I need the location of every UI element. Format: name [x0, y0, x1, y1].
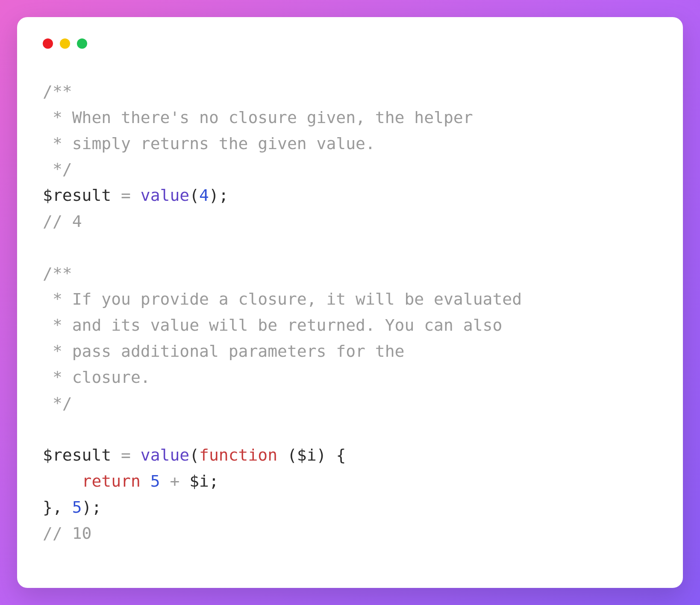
operator: =: [111, 186, 141, 205]
operator: +: [160, 472, 190, 490]
operator: =: [111, 446, 141, 464]
punctuation: );: [209, 186, 229, 205]
comment-line: */: [43, 394, 72, 413]
comment-line: * If you provide a closure, it will be e…: [43, 290, 522, 308]
comment-line: // 10: [43, 524, 91, 543]
number-literal: 5: [72, 498, 82, 517]
comment-line: * closure.: [43, 368, 150, 387]
variable: $i: [189, 472, 209, 490]
maximize-icon[interactable]: [77, 38, 87, 49]
function-name: value: [141, 446, 189, 464]
punctuation: (: [189, 446, 199, 464]
indent: [43, 472, 82, 490]
minimize-icon[interactable]: [60, 38, 70, 49]
keyword: return: [82, 472, 141, 490]
comment-line: * When there's no closure given, the hel…: [43, 108, 473, 127]
punctuation: (: [189, 186, 199, 205]
space: [141, 472, 150, 490]
number-literal: 5: [150, 472, 160, 490]
punctuation: );: [82, 498, 102, 517]
punctuation: ($i) {: [277, 446, 346, 464]
function-name: value: [141, 186, 189, 205]
comment-line: /**: [43, 264, 72, 283]
number-literal: 4: [199, 186, 209, 205]
punctuation: },: [43, 498, 72, 517]
variable: $result: [43, 446, 111, 464]
code-block: /** * When there's no closure given, the…: [43, 79, 657, 546]
comment-line: * pass additional parameters for the: [43, 342, 404, 361]
close-icon[interactable]: [43, 38, 53, 49]
keyword: function: [199, 446, 277, 464]
comment-line: * simply returns the given value.: [43, 134, 375, 153]
comment-line: /**: [43, 82, 72, 101]
comment-line: // 4: [43, 212, 82, 231]
window-controls: [43, 38, 657, 49]
comment-line: * and its value will be returned. You ca…: [43, 316, 502, 335]
comment-line: */: [43, 160, 72, 179]
code-window: /** * When there's no closure given, the…: [17, 17, 683, 588]
punctuation: ;: [209, 472, 219, 490]
variable: $result: [43, 186, 111, 205]
